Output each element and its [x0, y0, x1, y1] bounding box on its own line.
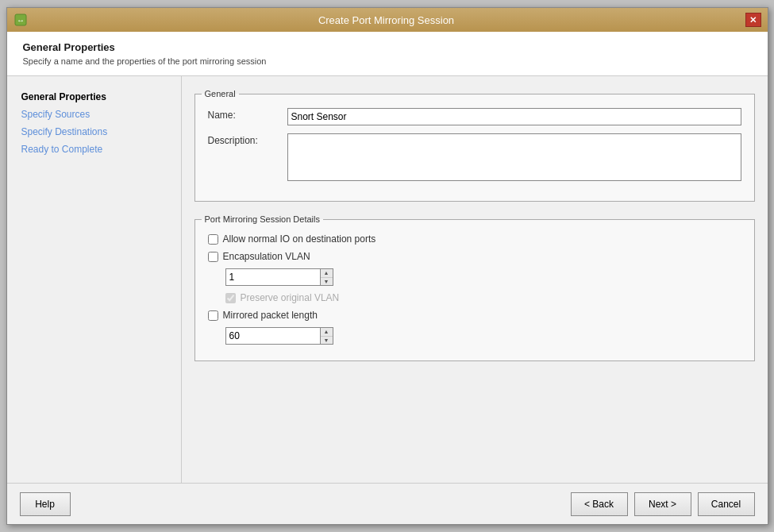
- main-panel: General Name: Description:: [182, 76, 768, 483]
- header-subtitle: Specify a name and the properties of the…: [23, 56, 752, 66]
- packet-length-spinner-down[interactable]: ▼: [321, 337, 333, 345]
- allow-io-row: Allow normal IO on destination ports: [208, 233, 741, 245]
- encapsulation-vlan-label: Encapsulation VLAN: [223, 251, 310, 262]
- window-title: Create Port Mirroring Session: [28, 14, 745, 26]
- main-window: ↔ Create Port Mirroring Session ✕ Genera…: [6, 7, 768, 525]
- next-button[interactable]: Next >: [634, 492, 691, 516]
- packet-length-spinner-row: ▲ ▼: [225, 327, 741, 345]
- description-input[interactable]: [287, 133, 741, 181]
- packet-length-row: Mirrored packet length: [208, 310, 741, 321]
- packet-length-label: Mirrored packet length: [223, 310, 318, 321]
- footer-left: Help: [20, 492, 571, 516]
- sidebar: General Properties Specify Sources Speci…: [7, 76, 182, 483]
- packet-length-spinner-buttons: ▲ ▼: [321, 327, 333, 345]
- sidebar-item-specify-sources[interactable]: Specify Sources: [17, 106, 171, 122]
- name-label: Name:: [208, 108, 287, 121]
- name-input[interactable]: [287, 108, 741, 125]
- sidebar-item-specify-destinations[interactable]: Specify Destinations: [17, 124, 171, 140]
- description-label: Description:: [208, 133, 287, 146]
- sidebar-item-ready-to-complete[interactable]: Ready to Complete: [17, 141, 171, 157]
- vlan-spinner-buttons: ▲ ▼: [321, 268, 333, 286]
- session-details-fieldset: Port Mirroring Session Details Allow nor…: [194, 214, 755, 361]
- session-details-legend: Port Mirroring Session Details: [202, 214, 324, 224]
- packet-length-checkbox[interactable]: [208, 310, 218, 321]
- packet-length-spinner-input[interactable]: [225, 327, 321, 345]
- content-area: General Properties Specify Sources Speci…: [7, 76, 768, 483]
- allow-io-label: Allow normal IO on destination ports: [223, 233, 376, 245]
- vlan-spinner-input[interactable]: [225, 268, 321, 286]
- preserve-vlan-row: Preserve original VLAN: [225, 292, 741, 303]
- title-bar: ↔ Create Port Mirroring Session ✕: [7, 8, 768, 32]
- allow-io-checkbox[interactable]: [208, 234, 218, 245]
- encapsulation-vlan-row: Encapsulation VLAN: [208, 251, 741, 262]
- cancel-button[interactable]: Cancel: [698, 492, 755, 516]
- vlan-spinner-row: ▲ ▼: [225, 268, 741, 286]
- footer-right: < Back Next > Cancel: [571, 492, 755, 516]
- name-control: [287, 108, 741, 125]
- window-icon: ↔: [13, 13, 28, 27]
- packet-length-spinner-up[interactable]: ▲: [321, 328, 333, 337]
- help-button[interactable]: Help: [20, 492, 71, 516]
- description-control: [287, 133, 741, 183]
- header-section: General Properties Specify a name and th…: [7, 32, 768, 76]
- preserve-vlan-checkbox[interactable]: [225, 293, 236, 303]
- general-legend: General: [202, 89, 239, 98]
- footer: Help < Back Next > Cancel: [7, 483, 768, 524]
- encapsulation-vlan-checkbox[interactable]: [208, 252, 218, 262]
- general-fieldset: General Name: Description:: [194, 89, 755, 202]
- back-button[interactable]: < Back: [571, 492, 628, 516]
- preserve-vlan-label: Preserve original VLAN: [241, 292, 340, 303]
- header-title: General Properties: [23, 41, 752, 53]
- close-button[interactable]: ✕: [745, 13, 761, 27]
- vlan-spinner-down[interactable]: ▼: [321, 278, 333, 286]
- vlan-spinner-up[interactable]: ▲: [321, 269, 333, 278]
- name-row: Name:: [208, 108, 741, 125]
- sidebar-item-general-properties[interactable]: General Properties: [17, 89, 171, 105]
- svg-text:↔: ↔: [17, 16, 25, 25]
- description-row: Description:: [208, 133, 741, 183]
